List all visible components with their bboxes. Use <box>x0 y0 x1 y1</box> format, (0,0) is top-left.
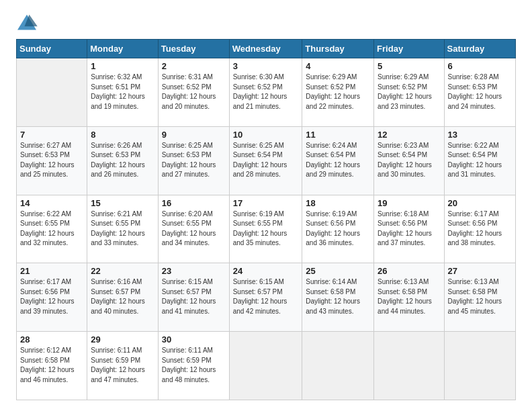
day-number: 24 <box>233 266 299 276</box>
day-cell: 20Sunrise: 6:17 AM Sunset: 6:56 PM Dayli… <box>444 195 515 263</box>
column-header-friday: Friday <box>374 40 444 58</box>
day-cell: 29Sunrise: 6:11 AM Sunset: 6:59 PM Dayli… <box>87 332 159 400</box>
day-cell: 16Sunrise: 6:20 AM Sunset: 6:55 PM Dayli… <box>158 195 229 263</box>
day-number: 1 <box>91 61 154 71</box>
day-cell: 4Sunrise: 6:29 AM Sunset: 6:52 PM Daylig… <box>302 58 374 127</box>
day-info: Sunrise: 6:20 AM Sunset: 6:55 PM Dayligh… <box>162 210 226 248</box>
day-info: Sunrise: 6:22 AM Sunset: 6:54 PM Dayligh… <box>448 141 512 180</box>
day-info: Sunrise: 6:22 AM Sunset: 6:55 PM Dayligh… <box>20 210 83 248</box>
day-cell: 8Sunrise: 6:26 AM Sunset: 6:53 PM Daylig… <box>87 126 159 195</box>
day-number: 25 <box>306 266 370 276</box>
day-info: Sunrise: 6:31 AM Sunset: 6:52 PM Dayligh… <box>162 73 226 111</box>
day-number: 8 <box>91 130 154 140</box>
day-info: Sunrise: 6:25 AM Sunset: 6:54 PM Dayligh… <box>233 141 299 180</box>
column-header-saturday: Saturday <box>444 40 515 58</box>
day-cell: 9Sunrise: 6:25 AM Sunset: 6:53 PM Daylig… <box>158 126 229 195</box>
day-info: Sunrise: 6:29 AM Sunset: 6:52 PM Dayligh… <box>378 73 440 111</box>
day-number: 16 <box>162 198 226 208</box>
day-number: 29 <box>91 334 154 345</box>
day-cell: 13Sunrise: 6:22 AM Sunset: 6:54 PM Dayli… <box>444 126 515 195</box>
column-header-tuesday: Tuesday <box>158 40 229 58</box>
day-info: Sunrise: 6:19 AM Sunset: 6:56 PM Dayligh… <box>306 210 370 248</box>
day-cell <box>374 332 444 400</box>
column-header-wednesday: Wednesday <box>229 40 302 58</box>
day-cell: 10Sunrise: 6:25 AM Sunset: 6:54 PM Dayli… <box>229 126 302 195</box>
day-cell: 2Sunrise: 6:31 AM Sunset: 6:52 PM Daylig… <box>158 58 229 127</box>
day-info: Sunrise: 6:19 AM Sunset: 6:55 PM Dayligh… <box>233 210 299 248</box>
day-info: Sunrise: 6:12 AM Sunset: 6:58 PM Dayligh… <box>20 346 83 385</box>
day-number: 7 <box>20 130 83 140</box>
day-number: 28 <box>20 334 83 345</box>
day-cell: 27Sunrise: 6:13 AM Sunset: 6:58 PM Dayli… <box>444 263 515 332</box>
day-number: 19 <box>378 198 440 208</box>
day-cell: 28Sunrise: 6:12 AM Sunset: 6:58 PM Dayli… <box>17 332 87 400</box>
day-number: 27 <box>448 266 512 276</box>
day-cell: 19Sunrise: 6:18 AM Sunset: 6:56 PM Dayli… <box>374 195 444 263</box>
day-cell: 11Sunrise: 6:24 AM Sunset: 6:54 PM Dayli… <box>302 126 374 195</box>
day-info: Sunrise: 6:13 AM Sunset: 6:58 PM Dayligh… <box>378 277 440 316</box>
week-row-4: 21Sunrise: 6:17 AM Sunset: 6:56 PM Dayli… <box>17 263 516 332</box>
calendar-header-row: SundayMondayTuesdayWednesdayThursdayFrid… <box>17 40 516 58</box>
day-number: 5 <box>378 61 440 71</box>
day-cell <box>302 332 374 400</box>
day-number: 4 <box>306 61 370 71</box>
day-cell: 15Sunrise: 6:21 AM Sunset: 6:55 PM Dayli… <box>87 195 159 263</box>
day-info: Sunrise: 6:25 AM Sunset: 6:53 PM Dayligh… <box>162 141 226 180</box>
day-number: 30 <box>162 334 226 345</box>
day-cell: 24Sunrise: 6:15 AM Sunset: 6:57 PM Dayli… <box>229 263 302 332</box>
day-cell: 23Sunrise: 6:15 AM Sunset: 6:57 PM Dayli… <box>158 263 229 332</box>
day-info: Sunrise: 6:17 AM Sunset: 6:56 PM Dayligh… <box>20 277 83 316</box>
day-info: Sunrise: 6:24 AM Sunset: 6:54 PM Dayligh… <box>306 141 370 180</box>
day-info: Sunrise: 6:16 AM Sunset: 6:57 PM Dayligh… <box>91 277 154 316</box>
page: SundayMondayTuesdayWednesdayThursdayFrid… <box>0 0 532 411</box>
day-number: 12 <box>378 130 440 140</box>
day-number: 10 <box>233 130 299 140</box>
day-cell: 30Sunrise: 6:11 AM Sunset: 6:59 PM Dayli… <box>158 332 229 400</box>
day-info: Sunrise: 6:11 AM Sunset: 6:59 PM Dayligh… <box>91 346 154 385</box>
day-cell: 18Sunrise: 6:19 AM Sunset: 6:56 PM Dayli… <box>302 195 374 263</box>
day-number: 22 <box>91 266 154 276</box>
day-number: 13 <box>448 130 512 140</box>
day-cell: 3Sunrise: 6:30 AM Sunset: 6:52 PM Daylig… <box>229 58 302 127</box>
day-cell: 26Sunrise: 6:13 AM Sunset: 6:58 PM Dayli… <box>374 263 444 332</box>
day-info: Sunrise: 6:21 AM Sunset: 6:55 PM Dayligh… <box>91 210 154 248</box>
day-number: 14 <box>20 198 83 208</box>
day-number: 15 <box>91 198 154 208</box>
week-row-3: 14Sunrise: 6:22 AM Sunset: 6:55 PM Dayli… <box>17 195 516 263</box>
day-info: Sunrise: 6:11 AM Sunset: 6:59 PM Dayligh… <box>162 346 226 385</box>
day-number: 11 <box>306 130 370 140</box>
day-cell: 22Sunrise: 6:16 AM Sunset: 6:57 PM Dayli… <box>87 263 159 332</box>
week-row-1: 1Sunrise: 6:32 AM Sunset: 6:51 PM Daylig… <box>17 58 516 127</box>
calendar-table: SundayMondayTuesdayWednesdayThursdayFrid… <box>16 39 516 400</box>
day-cell <box>229 332 302 400</box>
day-number: 9 <box>162 130 226 140</box>
day-cell: 12Sunrise: 6:23 AM Sunset: 6:54 PM Dayli… <box>374 126 444 195</box>
column-header-sunday: Sunday <box>17 40 87 58</box>
day-number: 18 <box>306 198 370 208</box>
day-info: Sunrise: 6:17 AM Sunset: 6:56 PM Dayligh… <box>448 210 512 248</box>
day-cell <box>444 332 515 400</box>
logo <box>16 13 40 32</box>
week-row-5: 28Sunrise: 6:12 AM Sunset: 6:58 PM Dayli… <box>17 332 516 400</box>
day-info: Sunrise: 6:32 AM Sunset: 6:51 PM Dayligh… <box>91 73 154 111</box>
day-info: Sunrise: 6:26 AM Sunset: 6:53 PM Dayligh… <box>91 141 154 180</box>
day-cell: 17Sunrise: 6:19 AM Sunset: 6:55 PM Dayli… <box>229 195 302 263</box>
week-row-2: 7Sunrise: 6:27 AM Sunset: 6:53 PM Daylig… <box>17 126 516 195</box>
day-cell: 25Sunrise: 6:14 AM Sunset: 6:58 PM Dayli… <box>302 263 374 332</box>
day-number: 23 <box>162 266 226 276</box>
day-info: Sunrise: 6:18 AM Sunset: 6:56 PM Dayligh… <box>378 210 440 248</box>
day-info: Sunrise: 6:13 AM Sunset: 6:58 PM Dayligh… <box>448 277 512 316</box>
day-number: 2 <box>162 61 226 71</box>
day-info: Sunrise: 6:30 AM Sunset: 6:52 PM Dayligh… <box>233 73 299 111</box>
day-cell: 1Sunrise: 6:32 AM Sunset: 6:51 PM Daylig… <box>87 58 159 127</box>
day-info: Sunrise: 6:29 AM Sunset: 6:52 PM Dayligh… <box>306 73 370 111</box>
day-number: 3 <box>233 61 299 71</box>
day-info: Sunrise: 6:27 AM Sunset: 6:53 PM Dayligh… <box>20 141 83 180</box>
logo-icon <box>16 13 38 32</box>
day-number: 20 <box>448 198 512 208</box>
column-header-monday: Monday <box>87 40 159 58</box>
day-cell <box>17 58 87 127</box>
day-info: Sunrise: 6:14 AM Sunset: 6:58 PM Dayligh… <box>306 277 370 316</box>
header <box>16 13 516 32</box>
day-number: 21 <box>20 266 83 276</box>
